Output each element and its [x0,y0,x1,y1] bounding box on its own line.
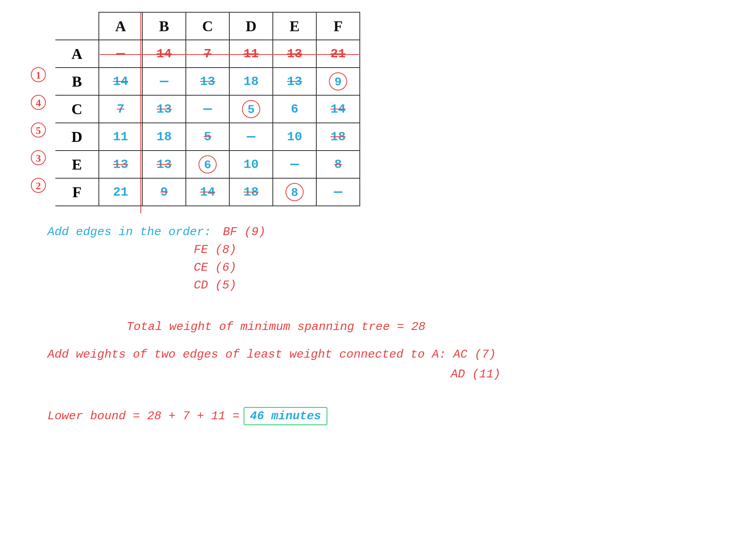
cell-c-d: 5 [229,95,273,123]
col-header-f: F [316,12,360,40]
table-row-d: D 11 18 5 — 10 18 [55,123,360,151]
row-label-c: 4 [31,95,46,110]
cell-d-e: 10 [273,123,316,151]
edge-fe: FE (8) [194,243,236,256]
edges-label-text: Add edges in the order: [47,225,211,239]
row-header-d: D [55,123,99,151]
table-row-c: C 7 13 — 5 6 14 [55,95,360,123]
cell-f-b: 9 [142,178,186,206]
answer-box: 46 minutes [244,407,327,425]
cell-d-a: 11 [99,123,142,151]
cell-b-d: 18 [229,68,273,95]
col-header-b: B [142,12,186,40]
cell-e-d: 10 [229,151,273,178]
cell-f-a: 21 [99,178,142,206]
cell-b-c: 13 [186,68,229,95]
edge-ce: CE (6) [194,261,236,274]
cell-c-a: 7 [99,95,142,123]
edge-bf: BF (9) [223,225,266,239]
circle-5: 5 [31,123,46,138]
col-header-c: C [186,12,229,40]
cell-b-a: 14 [99,68,142,95]
row-label-e: 3 [31,150,46,165]
col-header-e: E [273,12,316,40]
cell-f-e: 8 [273,178,316,206]
cell-a-e: 13 [273,40,316,68]
table-header-row: A B C D E F [55,12,360,40]
cell-a-f: 21 [316,40,360,68]
circle-1: 1 [31,67,46,82]
table-row-f: F 21 9 14 18 8 — [55,178,360,206]
cell-a-d: 11 [229,40,273,68]
cell-c-c: — [186,95,229,123]
cell-f-f: — [316,178,360,206]
col-header-a: A [99,12,142,40]
cell-a-b: 14 [142,40,186,68]
add-weights-line1: Add weights of two edges of least weight… [47,348,496,361]
row-label-f: 2 [31,178,46,193]
cell-d-c: 5 [186,123,229,151]
cell-f-c: 14 [186,178,229,206]
cell-e-b: 13 [142,151,186,178]
cell-b-b: — [142,68,186,95]
distance-table: A B C D E F A — 14 7 11 13 21 B 14 — 13 … [55,12,360,206]
row-header-a: A [55,40,99,68]
row-header-f: F [55,178,99,206]
cell-a-a: — [99,40,142,68]
cell-d-b: 18 [142,123,186,151]
edge-cd: CD (5) [194,279,236,292]
cell-c-b: 13 [142,95,186,123]
table-row-a: A — 14 7 11 13 21 [55,40,360,68]
cell-e-c: 6 [186,151,229,178]
row-header-e: E [55,151,99,178]
add-weights-line2: AD (11) [451,368,501,381]
circle-3: 3 [31,150,46,165]
cell-e-a: 13 [99,151,142,178]
table-row-b: B 14 — 13 18 13 9 [55,68,360,95]
strikethrough-row-a [100,54,360,55]
row-label-d: 5 [31,123,46,138]
row-label-b: 1 [31,67,46,82]
cell-e-e: — [273,151,316,178]
cell-a-c: 7 [186,40,229,68]
row-header-c: C [55,95,99,123]
cell-d-d: — [229,123,273,151]
col-header-d: D [229,12,273,40]
row-header-b: B [55,68,99,95]
cell-b-f: 9 [316,68,360,95]
cell-e-f: 8 [316,151,360,178]
lower-bound-line: Lower bound = 28 + 7 + 11 = 46 minutes [47,407,327,425]
circle-4: 4 [31,95,46,110]
cell-d-f: 18 [316,123,360,151]
edges-intro: Add edges in the order: BF (9) [47,225,266,239]
table-row-e: E 13 13 6 10 — 8 [55,151,360,178]
cell-f-d: 18 [229,178,273,206]
cell-b-e: 13 [273,68,316,95]
total-weight-text: Total weight of minimum spanning tree = … [127,320,425,334]
cell-c-e: 6 [273,95,316,123]
cell-c-f: 14 [316,95,360,123]
circle-2: 2 [31,178,46,193]
